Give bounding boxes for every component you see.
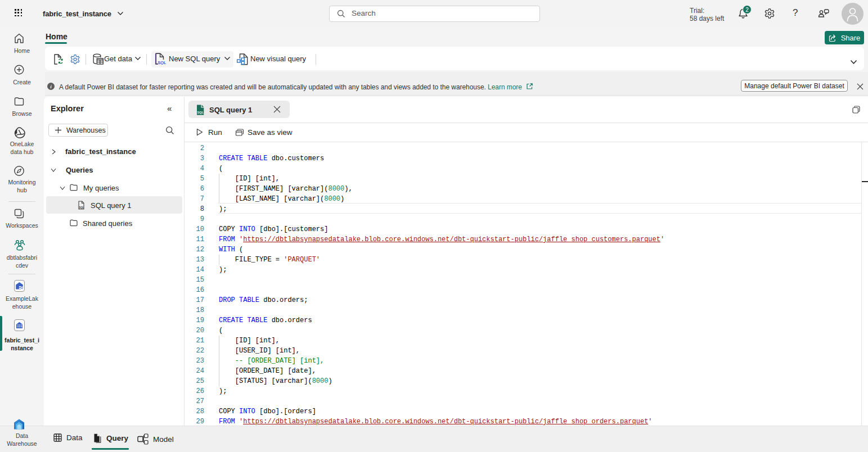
svg-text:SQL: SQL: [197, 111, 204, 114]
svg-text:SQL: SQL: [79, 206, 84, 209]
svg-text:SQL: SQL: [158, 60, 166, 65]
